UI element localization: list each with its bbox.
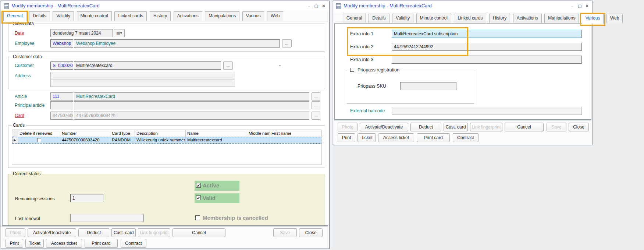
tab-validity[interactable]: Validity: [53, 11, 74, 21]
tab-web[interactable]: Web: [606, 14, 623, 23]
maximize-icon[interactable]: ▢: [314, 3, 319, 8]
extra-info-1-label: Extra info 1: [350, 31, 373, 36]
table-row[interactable]: ▶ 4475076000603420 RANDOM Willekeurig un…: [12, 137, 321, 144]
contract-button[interactable]: Contract: [453, 133, 478, 142]
activate-deactivate-button[interactable]: Activate/Deactivate: [360, 123, 408, 131]
tab-various[interactable]: Various: [582, 14, 604, 24]
priopass-sku-field[interactable]: [400, 82, 456, 90]
article-name-field[interactable]: MultiRecreatexCard: [74, 92, 309, 101]
delete-if-renewed-checkbox[interactable]: [37, 138, 41, 142]
activate-deactivate-button[interactable]: Activate/Deactivate: [28, 228, 76, 237]
date-picker-button[interactable]: ▦▾: [114, 29, 125, 37]
customer-name-field[interactable]: Multirecreatexcard: [74, 61, 221, 70]
save-button[interactable]: Save: [273, 228, 297, 237]
customer-code-field[interactable]: S_000020-: [50, 61, 73, 70]
customer-browse-button[interactable]: ...: [223, 61, 233, 70]
tab-manipulations[interactable]: Manipulations: [205, 11, 239, 21]
link-fingerprint-button[interactable]: Link fingerprint: [138, 228, 170, 237]
article-code-field[interactable]: 111: [50, 92, 73, 101]
tab-activations[interactable]: Activations: [174, 11, 202, 21]
external-barcode-field[interactable]: [392, 107, 582, 115]
header-cell-name[interactable]: Name: [186, 130, 247, 137]
deduct-session-button[interactable]: Deduct session: [78, 228, 109, 237]
deduct-session-button[interactable]: Deduct session: [410, 123, 441, 131]
last-renewal-field[interactable]: [70, 214, 144, 222]
valid-checkbox[interactable]: ✔: [196, 196, 201, 200]
header-cell-number[interactable]: Number: [60, 130, 110, 137]
contract-button[interactable]: Contract: [121, 239, 146, 248]
tab-validity[interactable]: Validity: [392, 14, 413, 23]
principal-article-browse-button[interactable]: ...: [312, 101, 320, 109]
card-browse-button[interactable]: ...: [312, 112, 320, 120]
cancel-button[interactable]: Cancel: [505, 123, 544, 131]
tab-details[interactable]: Details: [29, 11, 50, 21]
window-close-icon[interactable]: ✕: [584, 3, 590, 8]
print-button[interactable]: Print: [6, 239, 23, 248]
header-cell-first-name[interactable]: First name: [270, 130, 321, 137]
close-button[interactable]: Close: [569, 123, 589, 131]
titlebar[interactable]: Modify membership - MultiRecreatexCard –…: [333, 1, 593, 13]
cust-card-button[interactable]: Cust. card: [444, 123, 468, 131]
extra-info-2-field[interactable]: 4472592412244992: [392, 43, 582, 51]
employee-browse-button[interactable]: ...: [282, 39, 292, 47]
principal-article-code-field[interactable]: [50, 101, 73, 109]
print-card-button[interactable]: Print card: [85, 239, 118, 248]
tab-linked-cards[interactable]: Linked cards: [114, 11, 147, 21]
tab-activations[interactable]: Activations: [513, 14, 542, 23]
card-code-field[interactable]: 447507600: [50, 112, 73, 120]
tab-general[interactable]: General: [343, 14, 366, 23]
titlebar[interactable]: Modify membership - MultiRecreatexCard –…: [1, 1, 329, 11]
header-cell-middle-name[interactable]: Middle name: [247, 130, 270, 137]
tab-minute-control[interactable]: Minute control: [416, 14, 451, 23]
valid-status-box: ✔ Valid: [195, 193, 239, 203]
tab-history[interactable]: History: [489, 14, 510, 23]
print-card-button[interactable]: Print card: [417, 133, 450, 142]
tab-minute-control[interactable]: Minute control: [77, 11, 112, 21]
print-button[interactable]: Print: [338, 133, 355, 142]
photo-button[interactable]: Photo: [338, 123, 357, 131]
address-field-2[interactable]: [50, 80, 235, 87]
window-close-icon[interactable]: ✕: [321, 3, 326, 8]
cards-table[interactable]: Delete if renewed Number Card type Descr…: [12, 130, 321, 165]
minimize-icon[interactable]: –: [306, 3, 312, 8]
principal-article-name-field[interactable]: [74, 101, 309, 109]
tab-history[interactable]: History: [150, 11, 171, 21]
photo-button[interactable]: Photo: [6, 228, 25, 237]
app-icon: [4, 3, 9, 9]
ticket-button[interactable]: Ticket: [357, 133, 376, 142]
save-button[interactable]: Save: [547, 123, 566, 131]
extra-info-1-field[interactable]: MultiRecreatexCard subscription: [392, 30, 582, 38]
cust-card-button[interactable]: Cust. card: [111, 228, 136, 237]
extra-info-3-field[interactable]: [392, 56, 582, 64]
remaining-sessions-field[interactable]: 1: [70, 194, 103, 202]
tab-web[interactable]: Web: [267, 11, 283, 21]
header-cell-card-type[interactable]: Card type: [110, 130, 135, 137]
header-cell-description[interactable]: Description: [135, 130, 186, 137]
membership-cancelled-checkbox[interactable]: [195, 215, 200, 220]
tab-various[interactable]: Various: [242, 11, 264, 21]
employee-code-field[interactable]: Webshop: [50, 39, 73, 47]
employee-name-field[interactable]: Webshop Employee: [74, 39, 280, 47]
priopass-checkbox[interactable]: [350, 68, 354, 72]
active-checkbox[interactable]: ✔: [196, 183, 201, 188]
article-browse-button[interactable]: ...: [312, 92, 320, 101]
tab-strip: General Details Validity Minute control …: [343, 14, 591, 24]
date-field[interactable]: donderdag 7 maart 2024: [50, 29, 113, 37]
tab-details[interactable]: Details: [369, 14, 389, 23]
access-ticket-button[interactable]: Access ticket: [378, 133, 414, 142]
address-field-1[interactable]: [50, 72, 235, 79]
maximize-icon[interactable]: ▢: [577, 3, 582, 8]
cancel-button[interactable]: Cancel: [172, 228, 225, 237]
tab-manipulations[interactable]: Manipulations: [544, 14, 579, 23]
link-fingerprint-button[interactable]: Link fingerprint: [470, 123, 502, 131]
access-ticket-button[interactable]: Access ticket: [46, 239, 82, 248]
card-number-field[interactable]: 4475076000603420: [74, 112, 309, 120]
active-label: Active: [203, 182, 219, 189]
close-button[interactable]: Close: [299, 228, 323, 237]
minimize-icon[interactable]: –: [570, 3, 575, 8]
tab-general[interactable]: General: [3, 11, 26, 21]
tab-linked-cards[interactable]: Linked cards: [454, 14, 486, 23]
ticket-button[interactable]: Ticket: [25, 239, 44, 248]
header-cell-delete-if-renewed[interactable]: Delete if renewed: [18, 130, 60, 137]
priopass-registration-group: Priopass registration Priopass SKU: [347, 70, 474, 104]
